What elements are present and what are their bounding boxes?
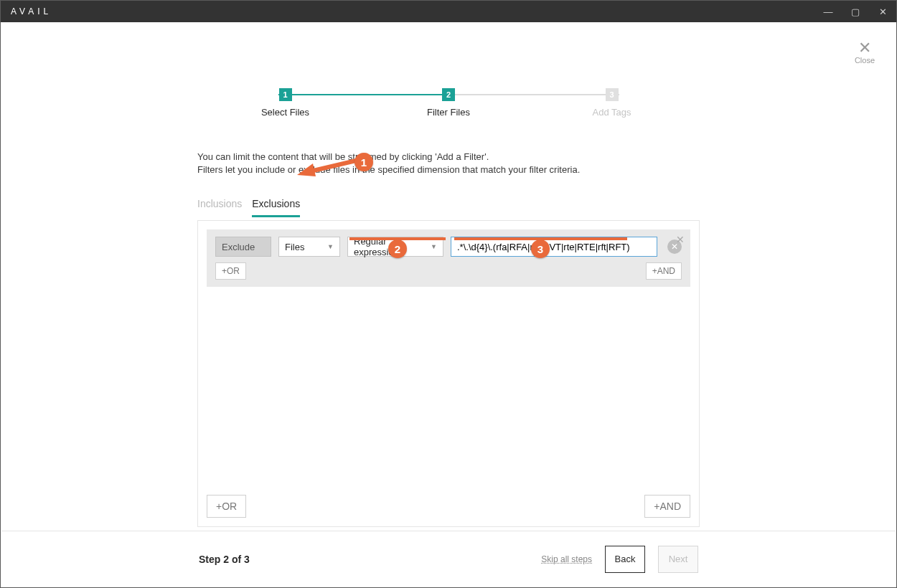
chevron-down-icon: ▼: [431, 243, 437, 250]
outer-or-button[interactable]: +OR: [207, 495, 246, 518]
panel-footer: +OR +AND: [198, 486, 699, 526]
rule-scope-select[interactable]: Files ▼: [278, 237, 340, 257]
step-3-label: Add Tags: [583, 107, 641, 118]
app-name: AVAIL: [11, 6, 52, 16]
rule-scope-value: Files: [285, 242, 304, 252]
rule-remove-icon[interactable]: ✕: [676, 234, 685, 245]
filter-tabs: Inclusions Exclusions: [197, 192, 700, 217]
minimize-icon[interactable]: —: [822, 6, 835, 17]
step-2-label: Filter Files: [420, 107, 477, 118]
close-icon[interactable]: ✕: [876, 6, 889, 17]
step-indicator: Step 2 of 3: [199, 554, 250, 565]
step-3: 3 Add Tags: [583, 88, 641, 118]
skip-link[interactable]: Skip all steps: [541, 554, 592, 564]
intro-line2: Filters let you include or exclude files…: [197, 163, 700, 176]
x-icon: ✕: [855, 40, 875, 56]
maximize-icon[interactable]: ▢: [849, 6, 862, 17]
intro-text: You can limit the content that will be s…: [197, 151, 700, 176]
svg-line-0: [307, 161, 356, 172]
intro-line1: You can limit the content that will be s…: [197, 151, 700, 163]
titlebar: AVAIL — ▢ ✕: [1, 1, 896, 22]
annotation-badge-1: 1: [354, 153, 373, 171]
tab-inclusions[interactable]: Inclusions: [197, 192, 242, 217]
rule-mode: Exclude: [215, 237, 271, 257]
step-2-num: 2: [442, 88, 455, 101]
chevron-down-icon: ▼: [327, 243, 334, 250]
filter-panel: ✕ Exclude Files ▼ Regular expression ▼ ✕…: [197, 220, 700, 527]
inner-and-button[interactable]: +AND: [646, 262, 682, 280]
tab-exclusions[interactable]: Exclusions: [252, 192, 300, 217]
next-button[interactable]: Next: [658, 546, 698, 573]
outer-and-button[interactable]: +AND: [644, 495, 690, 518]
step-1-label: Select Files: [257, 107, 314, 118]
step-1-num: 1: [279, 88, 292, 101]
annotation-badge-2: 2: [388, 240, 407, 258]
stepper: 1 Select Files 2 Filter Files 3 Add Tags: [1, 88, 896, 118]
back-button[interactable]: Back: [605, 546, 645, 573]
step-3-num: 3: [606, 88, 619, 101]
inner-or-button[interactable]: +OR: [215, 262, 246, 280]
step-1: 1 Select Files: [257, 88, 314, 118]
annotation-arrow: [294, 148, 359, 176]
modal-close[interactable]: ✕ Close: [855, 40, 875, 65]
annotation-badge-3: 3: [531, 240, 550, 258]
close-label: Close: [855, 56, 875, 65]
footer-bar: Step 2 of 3 Skip all steps Back Next: [1, 531, 896, 587]
svg-marker-1: [297, 163, 316, 176]
step-2: 2 Filter Files: [420, 88, 477, 118]
window-controls: — ▢ ✕: [822, 6, 889, 17]
